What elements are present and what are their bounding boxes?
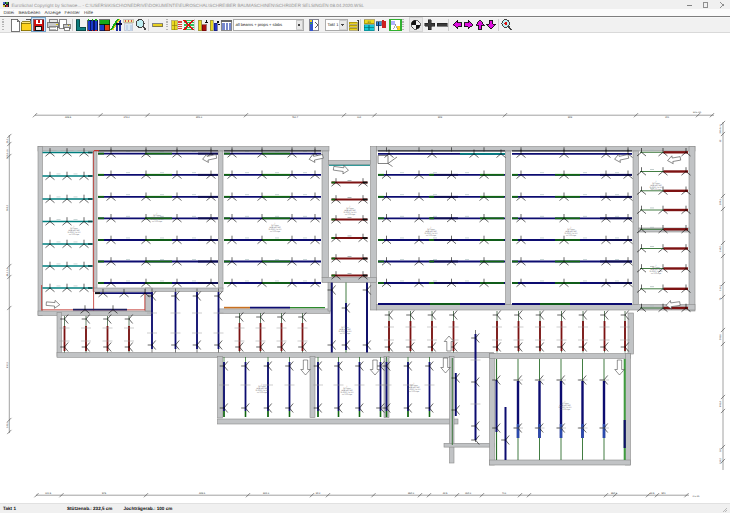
svg-text:141,5: 141,5 — [6, 421, 9, 427]
svg-text:Bearbeiten: Bearbeiten — [19, 10, 41, 15]
svg-text:751,7: 751,7 — [292, 116, 299, 119]
svg-text:ca 3,55 t/qm: ca 3,55 t/qm — [409, 390, 419, 393]
svg-text:508: 508 — [568, 116, 573, 119]
svg-text:11: 11 — [367, 20, 371, 24]
svg-text:all beams + props + slabs: all beams + props + slabs — [236, 22, 283, 27]
svg-text:60,2: 60,2 — [316, 492, 321, 495]
svg-text:101: 101 — [665, 116, 670, 119]
svg-text:844,3: 844,3 — [263, 492, 270, 495]
svg-text:378,2: 378,2 — [124, 116, 131, 119]
svg-text:ca 3,55 t/qm: ca 3,55 t/qm — [651, 272, 661, 275]
svg-text:508: 508 — [438, 116, 443, 119]
svg-text:26,1: 26,1 — [6, 138, 9, 143]
svg-text:ca 3,55 t/qm: ca 3,55 t/qm — [270, 230, 280, 233]
svg-text:Takt 1: Takt 1 — [3, 506, 16, 511]
svg-text:445,5: 445,5 — [65, 116, 72, 119]
svg-text:Anzeige: Anzeige — [45, 10, 62, 15]
svg-text:Fenster: Fenster — [65, 10, 81, 15]
svg-text:44,1 1,5: 44,1 1,5 — [6, 267, 9, 276]
svg-text:Hilfe: Hilfe — [84, 10, 93, 15]
svg-text:ca 3,55 t/qm: ca 3,55 t/qm — [340, 332, 350, 335]
svg-text:134: 134 — [357, 116, 362, 119]
svg-text:2,5 cm: 2,5 cm — [693, 495, 700, 498]
svg-text:44,5: 44,5 — [443, 492, 448, 495]
svg-text:ca 3,55 t/qm: ca 3,55 t/qm — [651, 188, 661, 191]
svg-text:158,2: 158,2 — [719, 245, 722, 251]
svg-text:ca 3,55 t/qm: ca 3,55 t/qm — [69, 233, 79, 236]
svg-text:391,6: 391,6 — [719, 333, 722, 339]
svg-text:360,3: 360,3 — [465, 492, 472, 495]
svg-text:535,2: 535,2 — [719, 457, 722, 463]
svg-text:ca 3,55 t/qm: ca 3,55 t/qm — [566, 234, 576, 237]
svg-text:806,3: 806,3 — [196, 116, 203, 119]
svg-text:111,5: 111,5 — [719, 285, 722, 291]
svg-text:Jochträgerab.: 100 cm: Jochträgerab.: 100 cm — [124, 506, 173, 511]
svg-text:288,1: 288,1 — [719, 198, 722, 204]
svg-text:ca 3,55 t/qm: ca 3,55 t/qm — [257, 391, 267, 394]
svg-text:430,3: 430,3 — [6, 361, 9, 367]
svg-text:ca 3,55 t/qm: ca 3,55 t/qm — [345, 213, 355, 216]
svg-text:Stützenab.: 232,5 cm: Stützenab.: 232,5 cm — [67, 506, 112, 511]
svg-text:445,6: 445,6 — [199, 492, 206, 495]
svg-text:908,3: 908,3 — [6, 204, 9, 211]
svg-text:161,6 cm: 161,6 cm — [6, 149, 9, 159]
svg-text:ca 3,55 t/qm: ca 3,55 t/qm — [152, 220, 162, 223]
svg-text:Takt 1: Takt 1 — [328, 22, 340, 27]
svg-text:2614 cm: 2614 cm — [719, 125, 722, 134]
svg-text:713: 713 — [502, 492, 507, 495]
svg-text:ca 3,55 t/qm: ca 3,55 t/qm — [560, 408, 570, 411]
svg-text:575: 575 — [102, 492, 107, 495]
svg-text:EuroSchal Copyright by Schwoe.: EuroSchal Copyright by Schwoe... - C:\US… — [12, 3, 365, 8]
svg-text:850,3: 850,3 — [408, 492, 415, 495]
svg-text:Datei: Datei — [4, 10, 15, 15]
svg-text:ca 3,55 t/qm: ca 3,55 t/qm — [426, 234, 436, 237]
svg-text:491,4: 491,4 — [719, 400, 722, 406]
svg-text:ca 3,55 t/qm: ca 3,55 t/qm — [342, 393, 352, 396]
svg-text:141,5: 141,5 — [45, 492, 52, 495]
svg-text:501: 501 — [662, 492, 667, 495]
svg-text:44,5: 44,5 — [650, 492, 655, 495]
svg-text:62,5 cm: 62,5 cm — [693, 111, 701, 114]
svg-text:850,3: 850,3 — [611, 492, 618, 495]
